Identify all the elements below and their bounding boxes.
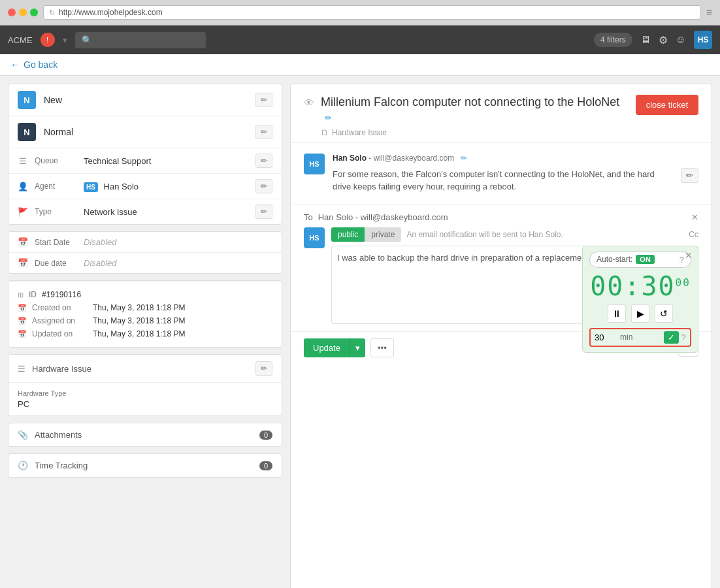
clock-icon: 🕐 bbox=[18, 461, 28, 470]
update-dropdown-button[interactable]: ▾ bbox=[350, 338, 365, 357]
hw-type-value: PC bbox=[18, 399, 272, 409]
hw-type-label: Hardware Type bbox=[18, 389, 272, 397]
category-label: Hardware Issue bbox=[32, 364, 249, 374]
time-tracking-count: 0 bbox=[259, 461, 272, 470]
timer-help-icon[interactable]: ? bbox=[679, 255, 684, 265]
header-icons: 🖥 ⚙ ☺ bbox=[640, 34, 686, 46]
updated-label: Updated on bbox=[32, 329, 88, 338]
close-ticket-button[interactable]: close ticket bbox=[636, 95, 698, 115]
reply-meta: Han Solo - will@daskeyboard.com ✏ bbox=[333, 154, 698, 163]
auto-start-toggle[interactable]: ON bbox=[636, 255, 655, 264]
timer-close-button[interactable]: ✕ bbox=[685, 250, 693, 261]
timer-confirm-button[interactable]: ✓ bbox=[664, 331, 679, 344]
dropdown-arrow-icon: ▾ bbox=[63, 35, 67, 45]
tab-private-button[interactable]: private bbox=[365, 227, 401, 242]
traffic-lights bbox=[8, 8, 38, 16]
start-date-row: 📅 Start Date Disabled bbox=[8, 232, 282, 253]
reply-body-row: For some reason, the Falcon's computer i… bbox=[333, 168, 698, 193]
to-label: To bbox=[304, 212, 313, 222]
filters-button[interactable]: 4 filters bbox=[594, 33, 632, 47]
new-status-badge: N bbox=[18, 91, 36, 109]
timer-input-help-icon[interactable]: ? bbox=[681, 333, 686, 342]
reply-section: HS Han Solo - will@daskeyboard.com ✏ For… bbox=[291, 143, 712, 204]
notification-button[interactable]: ! bbox=[41, 33, 55, 47]
traffic-light-yellow[interactable] bbox=[19, 8, 27, 16]
hamburger-menu[interactable]: ≡ bbox=[706, 7, 712, 18]
update-button[interactable]: Update bbox=[304, 338, 350, 357]
priority-row: N Normal ✏ bbox=[8, 116, 282, 148]
timer-reset-button[interactable]: ↺ bbox=[655, 304, 673, 323]
traffic-light-green[interactable] bbox=[30, 8, 38, 16]
timer-minutes-input[interactable]: 30 bbox=[595, 333, 617, 342]
browser-chrome: ↻ http://www.mojohelpdesk.com ≡ bbox=[0, 0, 720, 25]
updated-row: 📅 Updated on Thu, May 3, 2018 1:18 PM bbox=[18, 327, 272, 340]
agent-edit-button[interactable]: ✏ bbox=[255, 179, 272, 193]
new-status-edit-button[interactable]: ✏ bbox=[255, 93, 272, 107]
timer-popup: ✕ Auto-start: ON ? 00:3000 bbox=[582, 246, 698, 353]
assigned-row: 📅 Assigned on Thu, May 3, 2018 1:18 PM bbox=[18, 314, 272, 327]
updated-icon: 📅 bbox=[18, 330, 27, 338]
start-date-value: Disabled bbox=[84, 237, 272, 247]
category-doc-icon: 🗋 bbox=[321, 128, 329, 137]
go-back-link[interactable]: ← Go back bbox=[10, 59, 57, 70]
reply-body: For some reason, the Falcon's computer i… bbox=[333, 168, 674, 193]
cc-hint: An email notification will be sent to Ha… bbox=[406, 230, 689, 239]
meta-card: ⊞ ID #19190116 📅 Created on Thu, May 3, … bbox=[8, 280, 282, 348]
created-value: Thu, May 3, 2018 1:18 PM bbox=[93, 303, 185, 312]
barcode-icon: ⊞ bbox=[18, 291, 24, 299]
compose-avatar: HS bbox=[304, 227, 325, 248]
due-date-label: Due date bbox=[35, 259, 77, 268]
priority-edit-button[interactable]: ✏ bbox=[255, 125, 272, 139]
category-row: ☰ Hardware Issue ✏ bbox=[8, 355, 282, 382]
monitor-icon[interactable]: 🖥 bbox=[640, 34, 651, 46]
attachments-card: 📎 Attachments 0 bbox=[8, 423, 282, 447]
assigned-label: Assigned on bbox=[32, 316, 88, 325]
paperclip-icon: 📎 bbox=[18, 430, 28, 440]
traffic-light-red[interactable] bbox=[8, 8, 16, 16]
compose-header: To Han Solo - will@daskeyboard.com ✕ bbox=[304, 212, 698, 222]
timer-pause-button[interactable]: ⏸ bbox=[608, 304, 626, 323]
ticket-title-area: Millenium Falcon computer not connecting… bbox=[321, 95, 620, 137]
type-label: Type bbox=[35, 207, 77, 216]
queue-icon: ☰ bbox=[18, 156, 28, 166]
close-compose-button[interactable]: ✕ bbox=[691, 212, 698, 222]
dates-card: 📅 Start Date Disabled 📅 Due date Disable… bbox=[8, 231, 282, 274]
time-tracking-row: 🕐 Time Tracking 0 bbox=[8, 454, 282, 477]
face-icon[interactable]: ☺ bbox=[676, 34, 686, 46]
agent-icon: 👤 bbox=[18, 182, 28, 191]
main-content: N New ✏ N Normal ✏ ☰ Queue Technical Sup… bbox=[0, 76, 720, 588]
type-row: 🚩 Type Network issue ✏ bbox=[8, 199, 282, 224]
attachments-count: 0 bbox=[259, 431, 272, 440]
type-edit-button[interactable]: ✏ bbox=[255, 204, 272, 219]
id-row: ⊞ ID #19190116 bbox=[18, 288, 272, 301]
more-options-button[interactable]: ••• bbox=[370, 338, 394, 357]
assigned-icon: 📅 bbox=[18, 317, 27, 325]
notification-icon: ! bbox=[46, 36, 48, 44]
timer-cents: 00 bbox=[676, 276, 691, 288]
created-label: Created on bbox=[32, 303, 88, 312]
queue-edit-button[interactable]: ✏ bbox=[255, 154, 272, 168]
reply-edit-button[interactable]: ✏ bbox=[681, 168, 698, 183]
refresh-icon: ↻ bbox=[49, 8, 55, 17]
app-header: ACME ! ▾ 4 filters 🖥 ⚙ ☺ HS bbox=[0, 25, 720, 54]
title-edit-icon[interactable]: ✏ bbox=[325, 113, 332, 123]
gear-icon[interactable]: ⚙ bbox=[659, 34, 668, 46]
time-tracking-label: Time Tracking bbox=[35, 461, 259, 470]
agent-label: Agent bbox=[35, 182, 77, 191]
timer-play-button[interactable]: ▶ bbox=[631, 304, 649, 323]
right-panel: 👁 Millenium Falcon computer not connecti… bbox=[290, 84, 712, 588]
ticket-header: 👁 Millenium Falcon computer not connecti… bbox=[291, 84, 712, 143]
reply-author-edit[interactable]: ✏ bbox=[461, 154, 467, 163]
agent-hs-badge: HS bbox=[84, 182, 98, 192]
queue-label: Queue bbox=[35, 156, 77, 165]
address-bar[interactable]: ↻ http://www.mojohelpdesk.com bbox=[43, 5, 701, 20]
user-avatar[interactable]: HS bbox=[694, 31, 712, 49]
search-input[interactable] bbox=[75, 32, 206, 48]
compose-right: public private An email notification wil… bbox=[331, 227, 698, 326]
category-icon: ☰ bbox=[18, 364, 25, 374]
priority-badge: N bbox=[18, 123, 36, 141]
category-edit-button[interactable]: ✏ bbox=[255, 361, 272, 376]
tab-public-button[interactable]: public bbox=[331, 227, 365, 242]
cc-link[interactable]: Cc bbox=[689, 230, 698, 239]
compose-tabs: public private An email notification wil… bbox=[331, 227, 698, 242]
